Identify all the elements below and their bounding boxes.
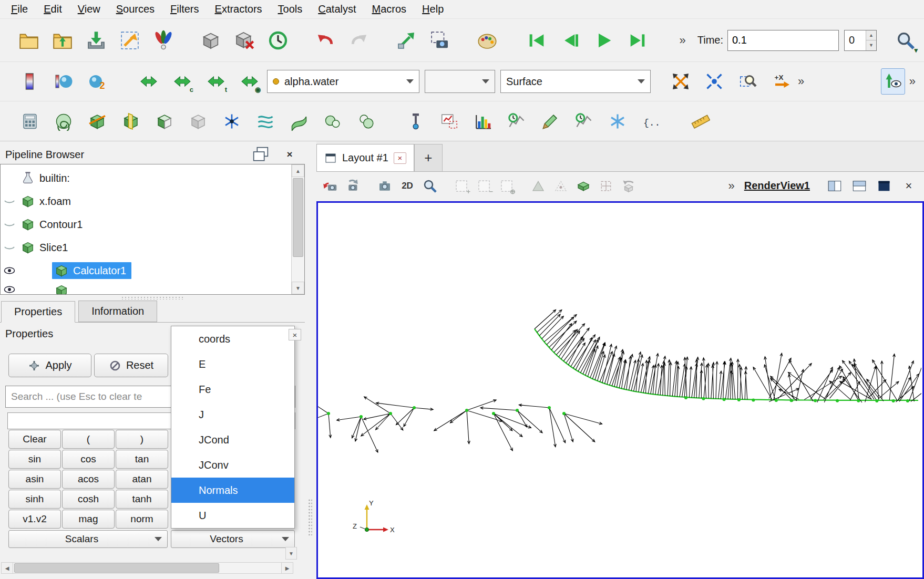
history-clock-icon[interactable] — [265, 26, 291, 55]
pipeline-scrollbar[interactable]: ▲ ▼ — [291, 164, 304, 294]
properties-hscrollbar[interactable]: ◀ ▶ — [1, 562, 293, 574]
clip-icon[interactable] — [85, 108, 109, 135]
camera-overflow-chevron[interactable]: » — [794, 75, 808, 88]
menu-item-tools[interactable]: Tools — [270, 1, 311, 17]
tab-properties[interactable]: Properties — [1, 301, 75, 323]
panel-splitter[interactable] — [121, 296, 184, 299]
axes-overflow-chevron[interactable]: » — [905, 75, 920, 88]
menu-item-view[interactable]: View — [70, 1, 108, 17]
renderview-overflow-chevron[interactable]: » — [724, 179, 739, 193]
camera-redo-icon[interactable] — [343, 175, 363, 197]
calc-button-tanh[interactable]: tanh — [116, 490, 168, 509]
menu-item-sources[interactable]: Sources — [108, 1, 162, 17]
color-feather-icon[interactable] — [150, 26, 177, 55]
scroll-down-icon[interactable]: ▼ — [292, 282, 304, 294]
vectors-option-u[interactable]: U — [171, 503, 294, 528]
menu-item-extractors[interactable]: Extractors — [207, 1, 270, 17]
menu-item-file[interactable]: File — [3, 1, 36, 17]
folder-open-icon[interactable] — [16, 26, 42, 55]
representation-combo[interactable]: Surface — [500, 70, 651, 93]
vcr-play-icon[interactable] — [591, 26, 617, 55]
interactive-zoom-icon[interactable] — [420, 175, 440, 197]
scalars-combo[interactable]: Scalars — [8, 530, 168, 548]
pipeline-item-slice1[interactable]: Slice1 — [1, 236, 291, 259]
save-data-icon[interactable] — [83, 26, 109, 55]
visibility-off-icon[interactable] — [1, 240, 18, 255]
calc-button-asin[interactable]: asin — [8, 470, 61, 489]
temporal-interpolator-icon[interactable] — [605, 108, 630, 135]
camera-undo-icon[interactable] — [321, 175, 341, 197]
maximize-view-icon[interactable] — [873, 176, 895, 196]
calc-button-[interactable]: ( — [62, 430, 115, 449]
contour-icon[interactable] — [52, 108, 76, 135]
histogram-icon[interactable] — [471, 108, 495, 135]
properties-scroll-down-icon[interactable]: ▼ — [285, 547, 297, 560]
menu-item-help[interactable]: Help — [414, 1, 451, 17]
glyph-icon[interactable] — [220, 108, 244, 135]
programmable-filter-icon[interactable] — [639, 108, 663, 135]
vcr-first-icon[interactable] — [523, 26, 550, 55]
calc-button-cosh[interactable]: cosh — [62, 490, 115, 509]
warp-icon[interactable] — [287, 108, 311, 135]
view-unlink-icon[interactable] — [231, 26, 258, 55]
visibility-on-icon[interactable] — [1, 282, 18, 295]
visibility-on-icon[interactable] — [1, 263, 18, 278]
vcr-back-icon[interactable] — [557, 26, 583, 55]
group-datasets-icon[interactable] — [321, 108, 345, 135]
view-link-icon[interactable] — [198, 26, 224, 55]
rescale-data-range-icon[interactable] — [137, 68, 161, 95]
pipeline-tree[interactable]: builtin:x.foamContour1Slice1Calculator1 … — [0, 164, 305, 295]
close-view-icon[interactable]: × — [898, 176, 920, 196]
interaction-3d-icon[interactable] — [393, 26, 419, 55]
time-input[interactable] — [727, 30, 839, 51]
apply-button[interactable]: Apply — [8, 354, 91, 377]
rescale-temporal-range-icon[interactable]: t — [204, 68, 228, 95]
load-state-icon[interactable] — [117, 26, 143, 55]
pipeline-item-xfoam[interactable]: x.foam — [1, 190, 291, 213]
menu-item-edit[interactable]: Edit — [36, 1, 69, 17]
split-vertical-icon[interactable] — [848, 176, 870, 196]
find-data-icon[interactable]: ▾ — [892, 26, 919, 55]
undo-icon[interactable] — [312, 26, 338, 55]
menu-item-filters[interactable]: Filters — [162, 1, 207, 17]
render-scene[interactable]: Y X Z — [318, 203, 921, 577]
rescale-custom-range-icon[interactable]: c — [170, 68, 194, 95]
renderview-title[interactable]: RenderView1 — [744, 180, 810, 192]
toggle-2d-button[interactable]: 2D — [397, 175, 417, 197]
rotate-90-icon[interactable] — [619, 175, 639, 197]
calc-button-mag[interactable]: mag — [62, 510, 115, 529]
menu-item-macros[interactable]: Macros — [364, 1, 415, 17]
pipeline-item-builtin[interactable]: builtin: — [1, 167, 291, 190]
scroll-right-icon[interactable]: ▶ — [281, 563, 293, 573]
render-view[interactable]: Y X Z — [316, 201, 924, 579]
probe-icon[interactable] — [404, 108, 428, 135]
vectors-option-jconv[interactable]: JConv — [171, 452, 294, 478]
calc-button-clear[interactable]: Clear — [8, 430, 61, 449]
tab-information[interactable]: Information — [78, 301, 157, 322]
zoom-out-icon[interactable]: − — [474, 175, 494, 197]
rescale-visible-range-icon[interactable]: ◉ — [238, 68, 262, 95]
frame-down-icon[interactable]: ▼ — [866, 40, 876, 50]
hscrollbar-thumb[interactable] — [14, 563, 219, 573]
calc-button-[interactable]: ) — [116, 430, 168, 449]
capture-screenshot-icon[interactable] — [375, 175, 395, 197]
calc-button-sinh[interactable]: sinh — [8, 490, 61, 509]
edit-colormap-icon[interactable] — [52, 68, 76, 95]
ruler-icon[interactable] — [689, 108, 713, 135]
menu-item-catalyst[interactable]: Catalyst — [310, 1, 364, 17]
vectors-option-e[interactable]: E — [171, 351, 294, 377]
plot-selection-icon[interactable] — [437, 108, 461, 135]
reset-camera-direction-icon[interactable] — [769, 68, 794, 95]
calc-button-tan[interactable]: tan — [116, 450, 168, 469]
set-view-direction-icon[interactable] — [528, 175, 548, 197]
scroll-left-icon[interactable]: ◀ — [2, 563, 13, 573]
redo-icon[interactable] — [346, 26, 372, 55]
reset-camera-icon[interactable] — [669, 68, 693, 95]
calculator-icon[interactable] — [18, 108, 42, 135]
plot-over-line-icon[interactable] — [538, 108, 562, 135]
component-combo[interactable] — [425, 70, 495, 93]
calc-button-norm[interactable]: norm — [116, 510, 168, 529]
zoom-to-data-icon[interactable] — [702, 68, 726, 95]
camera-selection-icon[interactable] — [427, 26, 453, 55]
scroll-up-icon[interactable]: ▲ — [292, 164, 304, 177]
